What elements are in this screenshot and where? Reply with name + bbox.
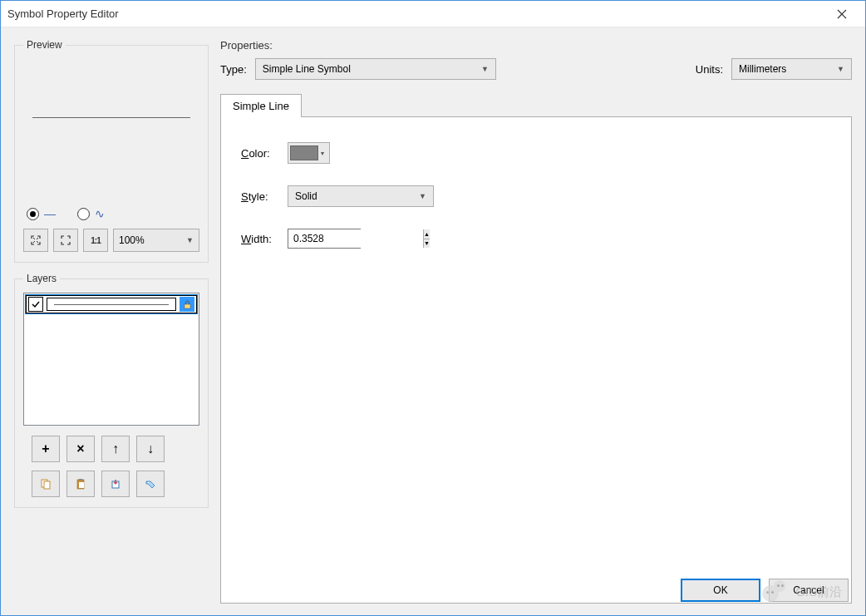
layer-buttons-row1: + × ↑ ↓	[23, 436, 199, 462]
checkmark-icon	[31, 299, 41, 309]
zoom-out-arrows-icon	[60, 234, 71, 246]
zoom-fit-button[interactable]	[23, 229, 48, 252]
svg-rect-4	[79, 479, 82, 480]
width-increment-button[interactable]: ▲	[424, 229, 430, 239]
width-spinner[interactable]: ▲ ▼	[288, 229, 361, 249]
layers-list[interactable]	[23, 293, 199, 426]
preview-mode-row: — ∿	[27, 207, 199, 220]
layers-legend: Layers	[23, 273, 60, 284]
right-column: Properties: Type: Simple Line Symbol ▼ U…	[220, 39, 852, 604]
chevron-down-icon: ▼	[481, 65, 489, 73]
svg-rect-2	[44, 481, 50, 489]
layer-row[interactable]	[26, 295, 197, 313]
preview-canvas	[23, 59, 199, 200]
layer-lock-button[interactable]	[180, 297, 194, 312]
units-dropdown[interactable]: Millimeters ▼	[731, 58, 852, 80]
remove-layer-button[interactable]: ×	[66, 436, 95, 462]
import-layer-button[interactable]	[101, 471, 130, 497]
radio-icon	[77, 208, 90, 220]
add-layer-button[interactable]: +	[32, 436, 60, 462]
zoom-value: 100%	[119, 234, 145, 246]
paste-icon	[75, 478, 86, 490]
layer-sample-line	[54, 304, 170, 305]
tag-icon	[145, 478, 156, 490]
svg-rect-0	[185, 304, 190, 308]
zoom-actual-button[interactable]: 1:1	[83, 229, 108, 252]
preview-legend: Preview	[23, 39, 66, 51]
one-to-one-icon: 1:1	[91, 236, 100, 245]
dialog-footer: OK Cancel	[681, 579, 849, 602]
window-title: Symbol Property Editor	[7, 7, 825, 20]
type-dropdown[interactable]: Simple Line Symbol ▼	[255, 58, 496, 80]
triangle-down-icon: ▼	[424, 240, 430, 246]
chevron-down-icon: ▼	[419, 192, 426, 200]
ok-button[interactable]: OK	[681, 579, 760, 602]
layer-thumbnail	[47, 298, 176, 311]
plus-icon: +	[42, 441, 49, 456]
close-button[interactable]	[825, 2, 859, 27]
color-swatch	[290, 145, 318, 160]
lock-icon	[183, 300, 192, 309]
zoom-in-arrows-icon	[30, 234, 42, 246]
type-value: Simple Line Symbol	[263, 63, 351, 75]
cancel-button[interactable]: Cancel	[769, 579, 849, 602]
properties-label: Properties:	[220, 39, 852, 52]
color-row: Color: ▾	[241, 142, 831, 164]
zigzag-line-icon: ∿	[95, 207, 105, 220]
move-layer-down-button[interactable]: ↓	[136, 436, 165, 462]
style-row: Style: Solid ▼	[241, 185, 831, 207]
color-label: Color:	[241, 147, 288, 160]
width-decrement-button[interactable]: ▼	[424, 239, 430, 249]
dialog-window: Symbol Property Editor Preview —	[0, 0, 866, 616]
tab-row: Simple Line	[220, 93, 852, 116]
straight-line-icon: —	[44, 207, 56, 220]
type-label: Type:	[220, 63, 247, 76]
layers-group: Layers +	[14, 273, 209, 508]
tab-simple-line[interactable]: Simple Line	[220, 94, 302, 117]
close-icon	[837, 9, 847, 19]
preview-mode-zigzag[interactable]: ∿	[77, 207, 105, 220]
layer-buttons-row2	[23, 471, 199, 497]
preview-group: Preview — ∿	[14, 39, 209, 263]
svg-point-7	[148, 482, 150, 484]
radio-icon	[27, 208, 39, 220]
arrow-up-icon: ↑	[112, 441, 119, 456]
units-value: Millimeters	[739, 63, 786, 75]
svg-rect-5	[79, 482, 84, 488]
dialog-body: Preview — ∿	[1, 27, 865, 615]
arrow-down-icon: ↓	[147, 441, 154, 456]
layer-visibility-checkbox[interactable]	[28, 297, 43, 312]
left-column: Preview — ∿	[14, 39, 209, 604]
tag-layer-button[interactable]	[136, 471, 165, 497]
x-icon: ×	[76, 441, 84, 456]
style-value: Solid	[295, 190, 317, 202]
properties-header-row: Type: Simple Line Symbol ▼ Units: Millim…	[220, 58, 852, 80]
chevron-down-icon: ▼	[837, 65, 844, 73]
preview-mode-straight[interactable]: —	[27, 207, 56, 220]
style-dropdown[interactable]: Solid ▼	[288, 185, 434, 207]
preview-toolbar: 1:1 100% ▼	[23, 229, 199, 252]
width-row: Width: ▲ ▼	[241, 229, 831, 249]
units-label: Units:	[696, 63, 723, 76]
copy-layer-button[interactable]	[32, 471, 60, 497]
titlebar: Symbol Property Editor	[1, 1, 865, 27]
zoom-full-button[interactable]	[53, 229, 78, 252]
zoom-dropdown[interactable]: 100% ▼	[113, 229, 199, 252]
paste-layer-button[interactable]	[66, 471, 95, 497]
preview-sample-line	[32, 117, 190, 118]
tab-content: Color: ▾ Style: Solid ▼ Width:	[220, 116, 852, 604]
triangle-up-icon: ▲	[424, 231, 430, 237]
move-layer-up-button[interactable]: ↑	[101, 436, 130, 462]
copy-icon	[40, 478, 52, 490]
width-label: Width:	[241, 233, 288, 245]
width-input[interactable]	[288, 229, 423, 248]
import-icon	[110, 478, 121, 490]
style-label: Style:	[241, 190, 288, 203]
color-picker[interactable]: ▾	[288, 142, 330, 164]
chevron-down-icon: ▼	[186, 236, 194, 244]
chevron-down-icon: ▾	[318, 150, 327, 157]
